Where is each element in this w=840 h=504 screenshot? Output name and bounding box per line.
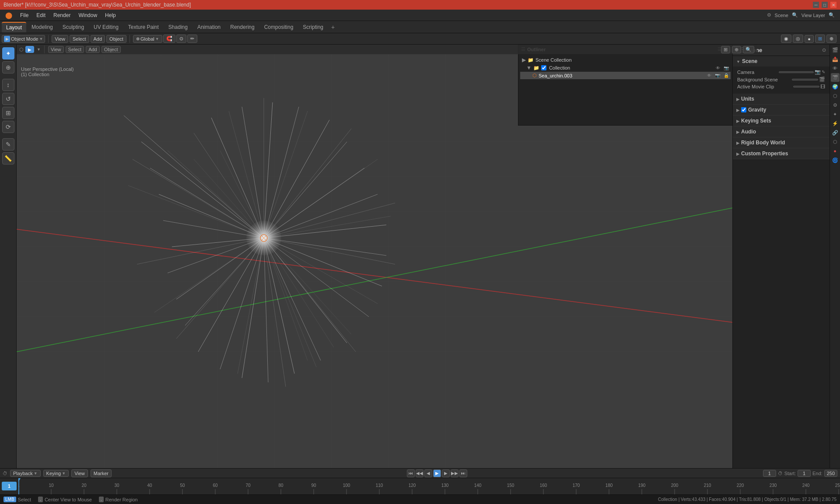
viewport-gizmos[interactable]: ⊕ (826, 35, 836, 43)
timeline-view-menu[interactable]: View (71, 469, 88, 477)
maximize-button[interactable]: □ (822, 2, 828, 8)
prop-tab-object[interactable]: ⬡ (831, 91, 840, 100)
prop-tab-world[interactable]: 🌍 (831, 82, 840, 91)
prop-tab-object-data[interactable]: ⬡ (831, 137, 840, 146)
annotation-toggle[interactable]: ✏ (187, 35, 197, 43)
tab-shading[interactable]: Shading (164, 22, 192, 32)
prop-tab-render[interactable]: 🎬 (831, 46, 840, 54)
select-tool-button[interactable]: ✦ (2, 47, 14, 60)
menu-help[interactable]: Help (102, 11, 119, 19)
next-frame-button[interactable]: ▶ (442, 469, 450, 477)
proportional-edit[interactable]: ⊙ (176, 35, 186, 43)
close-button[interactable]: ✕ (830, 2, 836, 8)
gravity-checkbox[interactable] (741, 107, 746, 112)
title-bar: Blender* [k\!!!conv_3\S\Sea_Urchin_max_v… (0, 0, 840, 10)
movie-clip-picker-icon[interactable]: 🎞 (820, 84, 825, 89)
object-menu-vp[interactable]: Object (102, 46, 121, 53)
view-menu-button[interactable]: View (52, 35, 68, 43)
audio-section-header[interactable]: Audio (733, 126, 830, 137)
active-movie-clip-value[interactable] (793, 86, 819, 88)
jump-start-button[interactable]: ⏮ (407, 469, 415, 477)
add-workspace-button[interactable]: + (329, 23, 337, 32)
scale-tool-button[interactable]: ⊞ (2, 107, 14, 119)
annotate-tool-button[interactable]: ✎ (2, 138, 14, 150)
select-menu-button[interactable]: Select (70, 35, 89, 43)
start-frame-input[interactable]: 1 (798, 470, 811, 477)
add-menu-vp[interactable]: Add (86, 46, 100, 53)
keying-sets-section-header[interactable]: Keying Sets (733, 116, 830, 126)
outliner-item-sea-urchin[interactable]: ⬡ Sea_urchin.003 👁 📷 🔒 (520, 72, 731, 79)
tab-sculpting[interactable]: Sculpting (58, 22, 88, 32)
transform-orientations[interactable]: ⊕ Global ▼ (133, 35, 162, 43)
viewport-shading-solid[interactable]: ◉ (781, 35, 791, 43)
play-button[interactable]: ▶ (433, 469, 441, 477)
tab-texture-paint[interactable]: Texture Paint (124, 22, 163, 32)
menu-blender[interactable]: ⬤ (2, 11, 16, 20)
menu-file[interactable]: File (17, 11, 32, 19)
prop-tab-scene[interactable]: 🎬 (831, 73, 840, 82)
gravity-section-header[interactable]: Gravity (733, 105, 830, 115)
object-menu-button[interactable]: Object (106, 35, 126, 43)
scene-panel-options[interactable]: ⊙ (822, 47, 826, 53)
background-scene-value[interactable] (792, 79, 818, 80)
outliner-item-scene-collection[interactable]: ▶ 📁 Scene Collection (520, 56, 731, 64)
current-frame-indicator[interactable]: 1 (2, 482, 17, 490)
menu-edit[interactable]: Edit (33, 11, 49, 19)
measure-tool-button[interactable]: 📏 (2, 152, 14, 164)
viewport-header-search[interactable]: 🔍 (743, 46, 754, 53)
camera-edit-icon[interactable]: ✎ (822, 70, 825, 74)
menu-window[interactable]: Window (75, 11, 101, 19)
viewport-mode-badge[interactable]: ▶ (25, 46, 34, 53)
viewport-header-cursor[interactable]: ⊕ (732, 46, 741, 53)
prev-keyframe-button[interactable]: ◀◀ (416, 469, 424, 477)
viewport-shading-material[interactable]: ◎ (793, 35, 803, 43)
add-menu-button[interactable]: Add (91, 35, 105, 43)
scene-section-header[interactable]: Scene (733, 56, 830, 66)
prop-tab-constraints[interactable]: 🔗 (831, 128, 840, 137)
snap-toggle[interactable]: 🧲 (163, 35, 175, 43)
tab-modeling[interactable]: Modeling (27, 22, 57, 32)
prop-tab-material[interactable]: ● (831, 147, 840, 155)
custom-properties-section-header[interactable]: Custom Properties (733, 148, 830, 159)
end-frame-input[interactable]: 250 (824, 470, 837, 477)
jump-end-button[interactable]: ⏭ (459, 469, 467, 477)
next-keyframe-button[interactable]: ▶▶ (451, 469, 458, 477)
tab-uv-editing[interactable]: UV Editing (89, 22, 123, 32)
tab-animation[interactable]: Animation (193, 22, 225, 32)
select-menu-vp[interactable]: Select (66, 46, 84, 53)
keying-menu[interactable]: Keying ▼ (43, 470, 69, 477)
tab-rendering[interactable]: Rendering (226, 22, 259, 32)
minimize-button[interactable]: ─ (813, 2, 819, 8)
prop-tab-modifier[interactable]: ⚙ (831, 101, 840, 109)
tab-scripting[interactable]: Scripting (298, 22, 328, 32)
cursor-tool-button[interactable]: ⊕ (2, 61, 14, 74)
current-frame-display[interactable]: 1 (763, 470, 776, 477)
collection-visibility-checkbox[interactable] (541, 65, 546, 70)
prop-tab-particles[interactable]: ✦ (831, 110, 840, 119)
playback-menu[interactable]: Playback ▼ (10, 470, 41, 477)
camera-value[interactable] (779, 71, 814, 73)
bg-scene-picker-icon[interactable]: 🎬 (819, 77, 825, 82)
move-tool-button[interactable]: ↕ (2, 79, 14, 91)
outliner-item-collection[interactable]: ▼ 📁 Collection 👁 📷 (520, 64, 731, 72)
units-section-header[interactable]: Units (733, 94, 830, 104)
viewport-header-grid[interactable]: ⊞ (721, 46, 730, 53)
tab-layout[interactable]: Layout (2, 22, 26, 32)
prop-tab-physics[interactable]: ⚡ (831, 119, 840, 128)
rotate-tool-button[interactable]: ↺ (2, 93, 14, 105)
rigid-body-world-section-header[interactable]: Rigid Body World (733, 137, 830, 148)
transform-tool-button[interactable]: ⟳ (2, 121, 14, 133)
timeline-ruler[interactable]: 1 10 20 30 40 50 (0, 478, 840, 495)
prop-tab-output[interactable]: 📤 (831, 55, 840, 63)
camera-picker-icon[interactable]: 📷 (815, 69, 821, 75)
prop-tab-view-layer[interactable]: 👁 (831, 64, 840, 73)
tab-compositing[interactable]: Compositing (260, 22, 298, 32)
view-menu-vp[interactable]: View (48, 46, 64, 53)
timeline-marker-menu[interactable]: Marker (91, 469, 112, 477)
prop-tab-texture[interactable]: 🌀 (831, 156, 840, 164)
object-mode-selector[interactable]: ▶ Object Mode ▼ (2, 35, 45, 43)
menu-render[interactable]: Render (50, 11, 74, 19)
viewport-overlays[interactable]: ⊞ (815, 35, 825, 43)
viewport-shading-rendered[interactable]: ● (805, 35, 814, 43)
prev-frame-button[interactable]: ◀ (424, 469, 432, 477)
